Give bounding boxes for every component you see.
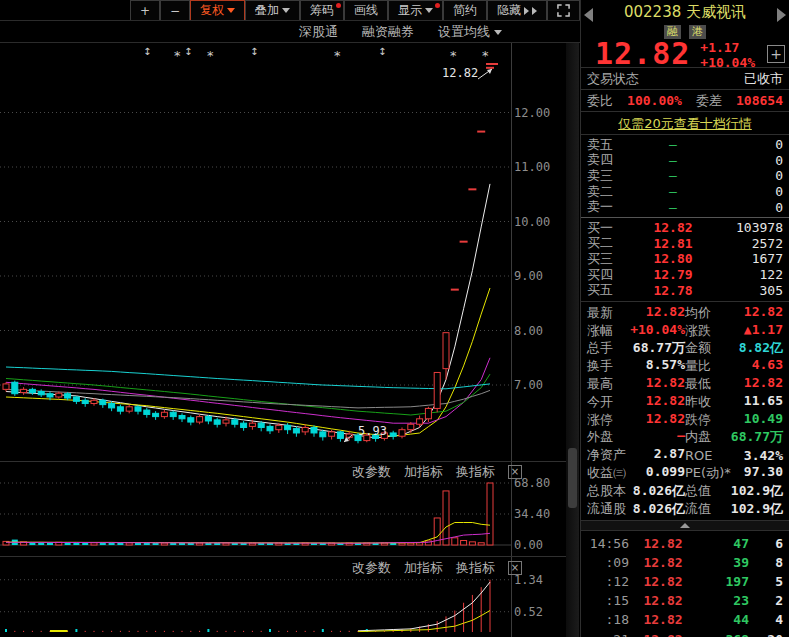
- price-tick-label: 10.00: [514, 215, 566, 229]
- indicator-switch-indicator-link[interactable]: 换指标: [456, 559, 495, 577]
- quote-header: 002238 天威视讯 融 港 12.82 +1.17 +10.04% +: [581, 0, 789, 68]
- stat-cell: 流值102.9亿: [685, 500, 783, 518]
- toolbar-button-7[interactable]: 简约: [443, 0, 487, 20]
- order-book: 卖五—0卖四—0卖三—0卖二—0卖一—0 买一12.82103978买二12.8…: [581, 135, 789, 302]
- stat-cell: 最新12.82: [587, 304, 685, 322]
- toolbar-button-4[interactable]: 筹码: [300, 0, 344, 20]
- toolbar-button-0[interactable]: +: [130, 0, 160, 20]
- stat-label: 最新: [587, 304, 613, 322]
- stat-label: 金额: [685, 339, 711, 357]
- tick-time: :09: [587, 555, 629, 570]
- stat-label: 最高: [587, 375, 613, 393]
- notification-dot-icon: [336, 3, 341, 8]
- tick-volume: 47: [697, 536, 749, 551]
- weibi-row: 委比 100.00% 委差 108654: [581, 90, 789, 112]
- link-rongzirongquan[interactable]: 融资融券: [362, 23, 414, 41]
- ask-row-4: 卖二—0: [581, 184, 789, 200]
- change-value: +1.17: [700, 40, 739, 55]
- indicator-add-indicator-link[interactable]: 加指标: [404, 559, 443, 577]
- volume-panel-close-icon[interactable]: ×: [508, 465, 522, 479]
- toolbar-button-8[interactable]: 隐藏: [487, 0, 547, 20]
- chevron-right-icon: [524, 7, 529, 15]
- price-tick-label: 12.00: [514, 106, 566, 120]
- event-star-icon[interactable]: *: [450, 48, 457, 63]
- indicator-panel-close-icon[interactable]: ×: [508, 561, 522, 575]
- volume-change-params-link[interactable]: 改参数: [352, 463, 391, 481]
- chevron-down-icon: [227, 8, 235, 13]
- volume-switch-indicator-link[interactable]: 换指标: [456, 463, 495, 481]
- k-line-chart[interactable]: [0, 43, 566, 461]
- bid-price: 12.80: [625, 251, 721, 266]
- add-to-watchlist-button[interactable]: +: [767, 45, 785, 63]
- level2-promo-link[interactable]: 仅需20元查看十档行情: [581, 112, 789, 135]
- stat-label: 流值: [685, 500, 711, 518]
- stat-cell: 内盘68.77万: [685, 428, 783, 446]
- event-star-icon[interactable]: *: [207, 48, 214, 63]
- toolbar-button-3[interactable]: 叠加: [245, 0, 300, 20]
- stat-label: 换手: [587, 357, 613, 375]
- stat-label: 昨收: [685, 393, 711, 411]
- ask-volume: 0: [721, 137, 783, 152]
- event-updown-icon[interactable]: ↕: [378, 46, 386, 57]
- toolbar-button-label: 筹码: [310, 2, 334, 19]
- ask-row-5: 卖一—0: [581, 199, 789, 215]
- stat-label: 收益㈢: [587, 464, 626, 482]
- event-star-icon[interactable]: *: [482, 48, 489, 63]
- link-shengutong[interactable]: 深股通: [299, 23, 338, 41]
- change-percent: +10.04%: [700, 55, 755, 70]
- stats-row-3: 总手68.77万金额8.82亿: [581, 340, 789, 358]
- stat-cell: 昨收11.65: [685, 393, 783, 411]
- tick-row-4: :1512.82232: [581, 591, 789, 610]
- event-updown-icon[interactable]: ↕: [143, 46, 151, 57]
- bid-row-5: 买五12.78305: [581, 282, 789, 298]
- stat-value: 68.77万: [633, 339, 685, 357]
- next-stock-arrow-icon[interactable]: [777, 8, 786, 22]
- scrollbar-handle[interactable]: [568, 448, 577, 508]
- stat-value: 11.65: [744, 393, 783, 411]
- stat-cell: 金额8.82亿: [685, 339, 783, 357]
- level-label: 卖一: [587, 198, 625, 216]
- tick-price: 12.82: [629, 593, 697, 608]
- stat-label: 涨停: [587, 411, 613, 429]
- ask-price: —: [625, 200, 721, 215]
- stat-cell: 净资产2.87: [587, 446, 685, 464]
- toolbar-button-2[interactable]: 复权: [190, 0, 245, 20]
- stat-value: 12.82: [646, 375, 685, 393]
- chart-vertical-scrollbar[interactable]: [566, 43, 579, 637]
- fullscreen-button[interactable]: [547, 0, 580, 20]
- toolbar-button-1[interactable]: −: [160, 0, 190, 20]
- ma-setting-label: 设置均线: [438, 23, 490, 41]
- chart-subbar: 深股通 融资融券 设置均线: [0, 22, 580, 43]
- indicator-change-params-link[interactable]: 改参数: [352, 559, 391, 577]
- weibi-label: 委比: [587, 92, 613, 110]
- ma-setting-dropdown[interactable]: 设置均线: [438, 23, 502, 41]
- event-star-icon[interactable]: *: [174, 48, 181, 63]
- event-star-icon[interactable]: *: [334, 48, 341, 63]
- tick-volume: 23: [697, 593, 749, 608]
- chevron-down-icon: [282, 8, 290, 13]
- tick-price: 12.82: [629, 555, 697, 570]
- stat-cell: 最高12.82: [587, 375, 685, 393]
- weicha-value: 108654: [736, 93, 783, 108]
- tick-volume: 39: [697, 555, 749, 570]
- stats-row-5: 最高12.82最低12.82: [581, 375, 789, 393]
- tick-row-3: :1212.821975: [581, 572, 789, 591]
- volume-add-indicator-link[interactable]: 加指标: [404, 463, 443, 481]
- stat-value: ▲1.17: [744, 322, 783, 340]
- stats-row-4: 换手8.57%量比4.63: [581, 357, 789, 375]
- volume-panel-header: 改参数 加指标 换指标 ×: [352, 463, 522, 481]
- stat-cell: PE(动)*97.30: [685, 464, 783, 482]
- prev-stock-arrow-icon[interactable]: [584, 8, 593, 22]
- tick-row-1: 14:5612.82476: [581, 534, 789, 553]
- toolbar-button-5[interactable]: 画线: [344, 0, 388, 20]
- low-price-label: 5.93: [358, 424, 387, 438]
- indicator-tick-label: 0.52: [514, 605, 566, 619]
- chevron-down-icon: [494, 30, 502, 35]
- stat-cell: 涨幅+10.04%: [587, 322, 685, 340]
- stat-label: 最低: [685, 375, 711, 393]
- tick-count: 4: [749, 612, 783, 627]
- collapse-handle[interactable]: [581, 521, 789, 531]
- event-updown-icon[interactable]: ↕: [250, 46, 258, 57]
- toolbar-button-6[interactable]: 显示: [388, 0, 443, 20]
- event-updown-icon[interactable]: ↕: [184, 46, 192, 57]
